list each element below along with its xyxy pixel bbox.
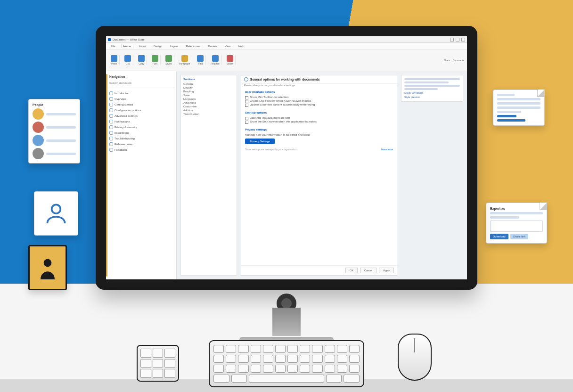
app-icon <box>108 38 111 41</box>
doc-section-icon <box>109 137 113 140</box>
nav-sidebar: Navigation Search document IntroductionO… <box>106 71 177 279</box>
share-button[interactable]: Share <box>443 59 450 62</box>
doc-section-icon <box>109 108 113 112</box>
ribbon-replace-button[interactable]: Replace <box>209 55 221 65</box>
doc-section-icon <box>109 131 113 135</box>
replace-icon <box>212 55 219 62</box>
doc-section-icon <box>109 103 113 106</box>
avatar-icon <box>33 148 44 159</box>
select-icon <box>227 55 233 62</box>
privacy-desc: Manage how your information is collected… <box>245 133 393 136</box>
sidebar-item[interactable]: Troubleshooting <box>108 136 174 141</box>
sidebar-item[interactable]: Release notes <box>108 141 174 147</box>
sidebar-item[interactable]: Notifications <box>108 119 174 124</box>
settings-nav-item[interactable]: Advanced <box>183 101 234 105</box>
ribbon-font-button[interactable]: Font <box>150 55 161 65</box>
sidebar-item[interactable]: Integrations <box>108 130 174 136</box>
sidebar-item[interactable]: Overview <box>108 96 174 102</box>
ribbon-cut-button[interactable]: Cut <box>123 55 133 65</box>
ribbon-tab-insert[interactable]: Insert <box>137 44 148 48</box>
learn-more-link[interactable]: Learn more <box>381 148 393 151</box>
checkbox[interactable] <box>245 100 248 103</box>
apply-button[interactable]: Apply <box>379 268 394 273</box>
keyboard <box>209 340 364 387</box>
settings-nav-item[interactable]: Language <box>183 97 234 101</box>
section-privacy: Privacy settings <box>245 128 393 131</box>
font-icon <box>152 55 158 62</box>
settings-nav-item[interactable]: General <box>183 82 234 86</box>
sidebar-heading: Navigation <box>108 74 174 79</box>
ok-button[interactable]: OK <box>345 268 358 273</box>
ribbon-tab-view[interactable]: View <box>223 44 233 48</box>
find-icon <box>197 55 204 62</box>
copy-icon <box>138 55 145 62</box>
avatar-icon <box>33 122 44 133</box>
doc-section-icon <box>109 97 113 101</box>
checkbox[interactable] <box>245 104 248 107</box>
window-titlebar: Document — Office Suite <box>106 36 467 43</box>
settings-nav-item[interactable]: Display <box>183 86 234 90</box>
ribbon-select-button[interactable]: Select <box>225 55 236 65</box>
person-icon <box>43 200 69 227</box>
download-button[interactable]: Download <box>490 234 508 239</box>
settings-nav-item[interactable]: Trust Center <box>183 112 234 116</box>
ribbon-paste-button[interactable]: Paste <box>109 55 120 65</box>
contacts-title: People <box>33 103 76 106</box>
export-preview <box>490 220 543 232</box>
profile-card <box>34 191 78 236</box>
comments-button[interactable]: Comments <box>453 59 464 62</box>
ribbon-tab-review[interactable]: Review <box>206 44 219 48</box>
ribbon-styles-button[interactable]: Styles <box>164 55 174 65</box>
ribbon-tab-help[interactable]: Help <box>237 44 246 48</box>
doc-section-icon <box>109 114 113 118</box>
share-link-button[interactable]: Share link <box>510 234 529 239</box>
settings-nav-item[interactable]: Customize <box>183 105 234 108</box>
svg-point-1 <box>44 259 52 267</box>
checkbox[interactable] <box>245 117 248 120</box>
ribbon-tab-references[interactable]: References <box>184 44 202 48</box>
checkbox[interactable] <box>245 96 248 99</box>
avatar-icon <box>33 108 44 120</box>
paragraph-icon <box>181 55 188 62</box>
cut-icon <box>124 55 131 62</box>
panel-title: General options for working with documen… <box>250 78 320 81</box>
sidebar-item[interactable]: Advanced settings <box>108 113 174 119</box>
sidebar-accent <box>106 74 107 277</box>
ribbon-find-button[interactable]: Find <box>195 55 206 65</box>
person-silhouette-icon <box>38 256 57 279</box>
style-card-label: Style preview <box>404 96 460 98</box>
avatar-icon <box>33 135 44 146</box>
doc-section-icon <box>109 142 113 146</box>
right-pane: Quick formatting Style preview <box>401 71 467 279</box>
ribbon-tab-file[interactable]: File <box>109 44 117 48</box>
sidebar-item[interactable]: Feedback <box>108 147 174 153</box>
settings-nav-item[interactable]: Add-ins <box>183 108 234 112</box>
workarea: Navigation Search document IntroductionO… <box>106 71 467 279</box>
page-curl-icon <box>537 90 545 97</box>
option-label: Show the Start screen when this applicat… <box>250 120 317 123</box>
sidebar-item[interactable]: Getting started <box>108 102 174 107</box>
ribbon-tab-design[interactable]: Design <box>152 44 164 48</box>
org-managed-note: Some settings are managed by your organi… <box>245 148 297 151</box>
sidebar-item[interactable]: Introduction <box>108 90 174 96</box>
ribbon-tab-home[interactable]: Home <box>121 44 133 48</box>
settings-nav-item[interactable]: Proofing <box>183 90 234 93</box>
privacy-settings-button[interactable]: Privacy Settings <box>245 139 275 144</box>
option-label: Update document content automatically wh… <box>250 103 315 106</box>
sidebar-item[interactable]: Privacy & security <box>108 124 174 130</box>
ribbon-paragraph-button[interactable]: Paragraph <box>177 55 192 65</box>
checkbox[interactable] <box>245 121 248 124</box>
cancel-button[interactable]: Cancel <box>360 268 377 273</box>
monitor-frame: Document — Office Suite FileHomeInsertDe… <box>96 26 477 290</box>
doc-section-icon <box>109 148 113 152</box>
sidebar-item[interactable]: Configuration options <box>108 107 174 113</box>
settings-nav-item[interactable]: Save <box>183 93 234 97</box>
window-controls[interactable] <box>450 38 465 41</box>
doc-section-icon <box>109 125 113 129</box>
ribbon-copy-button[interactable]: Copy <box>136 55 147 65</box>
section-ui-options: User interface options <box>245 90 393 93</box>
doc-section-icon <box>109 91 113 95</box>
paste-icon <box>111 55 117 62</box>
settings-nav-heading: Sections <box>183 78 234 81</box>
ribbon-tab-layout[interactable]: Layout <box>168 44 180 48</box>
